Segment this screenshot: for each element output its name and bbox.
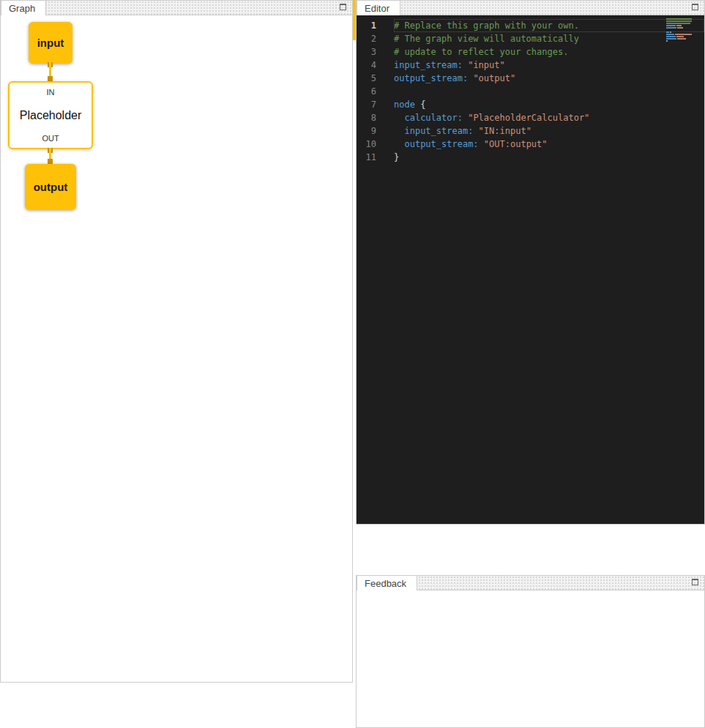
line-numbers: 1234567891011 — [357, 19, 386, 524]
input-port-icon — [48, 159, 53, 164]
graph-node-input[interactable]: input — [29, 22, 72, 64]
code-line[interactable]: input_stream: "input" — [394, 59, 704, 72]
code-lines[interactable]: # Replace this graph with your own.# The… — [386, 19, 704, 524]
code-line[interactable]: output_stream: "output" — [394, 72, 704, 85]
placeholder-node-label: Placeholder — [20, 109, 82, 122]
tab-graph-label: Graph — [9, 3, 35, 14]
feedback-popout-icon[interactable] — [692, 579, 698, 585]
code-line[interactable]: # Replace this graph with your own. — [394, 19, 704, 32]
placeholder-in-label: IN — [47, 88, 55, 97]
tab-editor-label: Editor — [365, 3, 389, 14]
code-line[interactable]: # update to reflect your changes. — [394, 45, 704, 59]
editor-popout-icon[interactable] — [692, 4, 698, 10]
code-line[interactable]: calculator: "PlaceholderCalculator" — [394, 111, 704, 124]
code-line[interactable] — [394, 85, 704, 98]
feedback-panel: Feedback — [356, 575, 705, 728]
code-line[interactable]: } — [394, 151, 704, 164]
code-line[interactable]: # The graph view will automatically — [394, 32, 704, 45]
app-root: MediaPipe New Upload Graph — [0, 0, 705, 728]
minimap[interactable] — [666, 18, 697, 42]
code-line[interactable]: node { — [394, 98, 704, 111]
editor-panel-titlebar[interactable]: Editor — [357, 1, 704, 15]
tab-feedback-label: Feedback — [365, 578, 406, 589]
graph-panel: Graph input IN Placeholder OUT output — [0, 0, 353, 683]
tab-feedback[interactable]: Feedback — [357, 575, 417, 590]
graph-node-output[interactable]: output — [25, 164, 76, 210]
graph-canvas[interactable]: input IN Placeholder OUT output — [1, 15, 352, 682]
code-line[interactable]: input_stream: "IN:input" — [394, 124, 704, 138]
feedback-panel-titlebar[interactable]: Feedback — [357, 576, 704, 590]
input-port-icon — [48, 76, 53, 81]
graph-popout-icon[interactable] — [340, 4, 346, 10]
tab-graph[interactable]: Graph — [1, 0, 46, 15]
tab-editor[interactable]: Editor — [357, 0, 400, 15]
graph-panel-titlebar[interactable]: Graph — [1, 1, 352, 15]
code-editor[interactable]: 1234567891011 # Replace this graph with … — [357, 15, 704, 524]
placeholder-out-label: OUT — [42, 134, 59, 143]
graph-node-placeholder[interactable]: IN Placeholder OUT — [8, 81, 93, 149]
code-line[interactable]: output_stream: "OUT:output" — [394, 138, 704, 151]
feedback-content — [357, 590, 704, 727]
graph-node-output-label: output — [34, 181, 68, 193]
graph-node-input-label: input — [37, 37, 64, 49]
editor-panel: Editor 1234567891011 # Replace this grap… — [356, 0, 705, 525]
